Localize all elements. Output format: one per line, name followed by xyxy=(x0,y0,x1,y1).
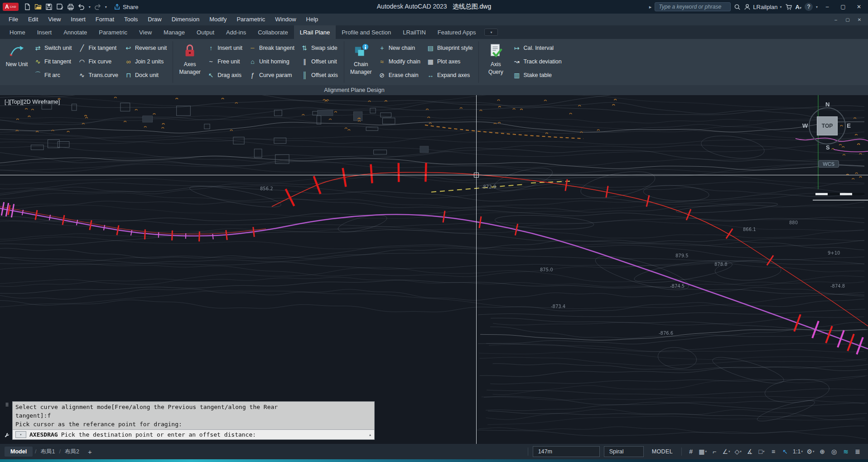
saveas-icon[interactable] xyxy=(55,2,65,12)
maximize-button[interactable]: ▢ xyxy=(837,1,849,12)
new-layout-button[interactable]: + xyxy=(84,448,96,456)
help-icon[interactable]: ? xyxy=(805,3,813,11)
viewport-controls[interactable]: [-][Top][2D Wireframe] xyxy=(5,99,60,105)
blueprint-style-button[interactable]: ▤Blueprint style xyxy=(427,42,473,53)
erase-chain-button[interactable]: ⊘Erase chain xyxy=(378,69,420,81)
menu-file[interactable]: File xyxy=(4,14,23,25)
polar-tracking-icon[interactable]: ∠▾ xyxy=(720,446,732,457)
share-button[interactable]: Share xyxy=(114,4,139,10)
command-customize-icon[interactable] xyxy=(4,432,10,438)
axes-manager-button[interactable]: AxesManager xyxy=(176,40,204,84)
osnap-tracking-icon[interactable]: ∡ xyxy=(744,446,756,457)
isometric-drafting-icon[interactable]: ◇▾ xyxy=(732,446,744,457)
axis-query-button[interactable]: AxisQuery xyxy=(482,40,510,84)
command-input-row[interactable]: ▾ AXESDRAG Pick the destination point or… xyxy=(13,429,374,439)
tab-parametric[interactable]: Parametric xyxy=(93,25,133,39)
free-unit-button[interactable]: ~Free unit xyxy=(207,56,242,67)
fix-tangent-button[interactable]: ╱Fix tangent xyxy=(78,42,118,53)
curve-param-button[interactable]: ƒCurve param xyxy=(249,69,294,81)
trans-curve-button[interactable]: ∿Trans.curve xyxy=(78,69,118,81)
customize-icon[interactable]: ≣ xyxy=(852,446,863,457)
menu-insert[interactable]: Insert xyxy=(66,14,91,25)
menu-modify[interactable]: Modify xyxy=(204,14,231,25)
expand-arrow-icon[interactable]: ▸ xyxy=(649,4,652,10)
fix-curve-button[interactable]: ◠Fix curve xyxy=(78,56,118,67)
tab-lrailtin[interactable]: LRailTIN xyxy=(397,25,432,39)
track-deviation-button[interactable]: ↝Track deviation xyxy=(513,56,561,67)
menu-dimension[interactable]: Dimension xyxy=(167,14,204,25)
object-snap-icon[interactable]: □▾ xyxy=(756,446,767,457)
viewcube-west[interactable]: W xyxy=(802,122,808,129)
isolate-objects-icon[interactable]: ◎ xyxy=(828,446,840,457)
minimize-button[interactable]: – xyxy=(821,1,834,12)
offset-unit-button[interactable]: ∥Offset unit xyxy=(301,56,338,67)
break-tangent-button[interactable]: ┄Break tangent xyxy=(249,42,294,53)
autodesk-access-icon[interactable]: A▾ xyxy=(796,4,801,10)
viewcube-east[interactable]: E xyxy=(847,122,851,129)
insert-unit-button[interactable]: ↑Insert unit xyxy=(207,42,242,53)
menu-format[interactable]: Format xyxy=(91,14,119,25)
cal-interval-button[interactable]: ↦Cal. Interval xyxy=(513,42,561,53)
menu-help[interactable]: Help xyxy=(301,14,323,25)
menu-window[interactable]: Window xyxy=(270,14,301,25)
unit-homing-button[interactable]: ⌂Unit homing xyxy=(249,56,294,67)
command-options-icon[interactable]: ▾ xyxy=(15,431,26,438)
tab-view[interactable]: View xyxy=(133,25,158,39)
tab-profile-and-section[interactable]: Profile and Section xyxy=(336,25,397,39)
account-menu[interactable]: LRailplan ▾ xyxy=(744,4,781,10)
layout-tab-布局2[interactable]: 布局2 xyxy=(62,448,82,456)
doc-close-button[interactable]: ✕ xyxy=(854,17,864,22)
spiral-mode-field[interactable]: Spiral xyxy=(604,446,644,457)
grid-icon[interactable]: # xyxy=(685,446,697,457)
ortho-icon[interactable]: ⌐ xyxy=(709,446,720,457)
undo-caret-icon[interactable]: ▾ xyxy=(87,5,92,9)
history-toggle-icon[interactable]: ▴ xyxy=(369,432,371,437)
tab-home[interactable]: Home xyxy=(4,25,31,39)
qat-menu-caret-icon[interactable]: ▾ xyxy=(104,5,108,9)
fit-tangent-button[interactable]: ∿Fit tangent xyxy=(34,56,72,67)
swap-side-button[interactable]: ⇅Swap side xyxy=(301,42,338,53)
doc-minimize-button[interactable]: – xyxy=(831,17,841,22)
search-icon[interactable] xyxy=(734,4,741,10)
dock-unit-button[interactable]: ⊓Dock unit xyxy=(125,69,167,81)
tab-collaborate[interactable]: Collaborate xyxy=(252,25,294,39)
close-button[interactable]: ✕ xyxy=(853,1,865,12)
drag-axis-button[interactable]: ↖Drag axis xyxy=(207,69,242,81)
drawing-canvas[interactable] xyxy=(0,95,868,444)
undo-icon[interactable] xyxy=(77,2,87,12)
annotation-monitor-icon[interactable]: ⊕ xyxy=(816,446,828,457)
tab-lrail-plane[interactable]: LRail Plane xyxy=(294,25,336,39)
ucs-indicator[interactable]: WCS xyxy=(818,160,839,168)
layout-tab-布局1[interactable]: 布局1 xyxy=(38,448,58,456)
reverse-unit-button[interactable]: ↩Reverse unit xyxy=(125,42,167,53)
menu-edit[interactable]: Edit xyxy=(23,14,43,25)
tab-featured-apps[interactable]: Featured Apps xyxy=(432,25,482,39)
tab-manage[interactable]: Manage xyxy=(158,25,191,39)
ribbon-display-toggle[interactable]: ▾ xyxy=(484,29,498,36)
menu-parametric[interactable]: Parametric xyxy=(231,14,270,25)
expand-axes-button[interactable]: ↔Expand axes xyxy=(427,69,473,81)
search-input[interactable] xyxy=(655,2,731,11)
measure-field[interactable]: 147m xyxy=(533,446,600,457)
annotation-scale-icon[interactable]: 1:1▾ xyxy=(791,446,805,457)
menu-view[interactable]: View xyxy=(43,14,66,25)
selection-cycling-icon[interactable]: ↖ xyxy=(779,446,791,457)
cart-icon[interactable] xyxy=(785,4,792,10)
open-icon[interactable] xyxy=(33,2,43,12)
plot-axes-button[interactable]: ▦Plot axes xyxy=(427,56,473,67)
save-icon[interactable] xyxy=(44,2,54,12)
viewcube[interactable]: N S W E TOP xyxy=(804,102,851,149)
menu-tools[interactable]: Tools xyxy=(119,14,143,25)
viewcube-north[interactable]: N xyxy=(825,101,829,108)
offset-axis-button[interactable]: ║Offset axis xyxy=(301,69,338,81)
modify-chain-button[interactable]: ≈Modify chain xyxy=(378,56,420,67)
autocad-logo-icon[interactable]: A CAD xyxy=(3,3,19,11)
doc-restore-button[interactable]: ▢ xyxy=(843,17,853,22)
stake-table-button[interactable]: ▥Stake table xyxy=(513,69,561,81)
new-unit-button[interactable]: New Unit xyxy=(3,40,31,84)
command-box[interactable]: Select curve alignment mode[Free/along t… xyxy=(12,401,375,440)
tab-add-ins[interactable]: Add-ins xyxy=(220,25,252,39)
plot-icon[interactable] xyxy=(66,2,76,12)
model-space-toggle[interactable]: MODEL xyxy=(646,448,678,455)
new-file-icon[interactable] xyxy=(22,2,32,12)
